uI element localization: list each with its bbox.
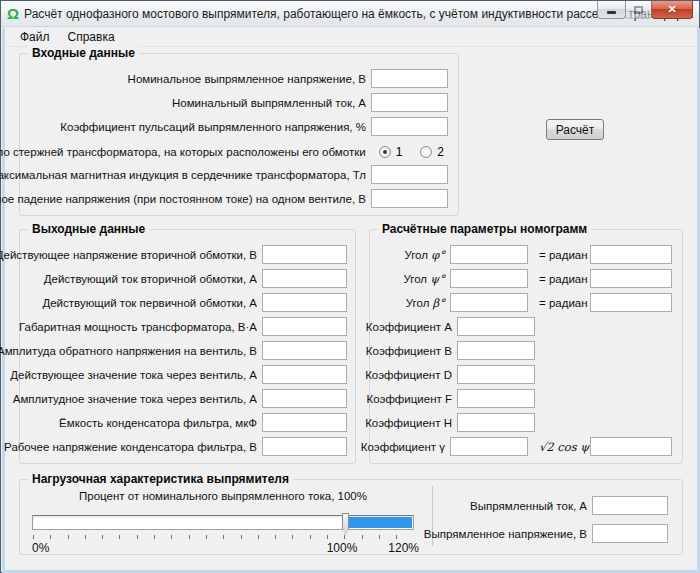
input-coef-b[interactable]	[457, 341, 535, 360]
label-beta-radian: = радиан	[533, 297, 585, 309]
label-angle-beta: Угол β°	[406, 296, 445, 310]
label-valve-rms-current: Действующее значение тока через вентиль,…	[10, 369, 257, 381]
label-ripple-coefficient: Коэффициент пульсаций выпрямленного напр…	[60, 121, 366, 133]
input-coef-gamma[interactable]	[450, 437, 528, 456]
label-coef-f: Коэффициент F	[366, 393, 452, 405]
group-load-title: Нагрузочная характеристика выпрямителя	[28, 472, 293, 486]
group-input-data: Входные данные Номинальное выпрямленное …	[19, 53, 459, 216]
input-coef-d[interactable]	[457, 365, 535, 384]
label-capacitor-voltage: Рабочее напряжение конденсатора фильтра,…	[4, 441, 257, 453]
input-coef-h[interactable]	[457, 413, 535, 432]
label-nominal-current: Номинальный выпрямленный ток, А	[172, 97, 366, 109]
group-output-data: Выходные данные Действующее напряжение в…	[19, 229, 356, 464]
label-coef-d: Коэффициент D	[365, 369, 452, 381]
load-percent-slider[interactable]	[32, 515, 414, 530]
output-secondary-voltage[interactable]	[262, 245, 347, 264]
label-secondary-voltage: Действующее напряжение вторичной обмотки…	[0, 249, 257, 261]
output-reverse-voltage[interactable]	[262, 341, 347, 360]
output-rectified-current[interactable]	[592, 496, 668, 515]
menubar: Файл Справка	[5, 28, 697, 47]
slider-ticks	[33, 535, 414, 539]
maximize-button[interactable]	[625, 1, 652, 19]
radio-rods-1-label: 1	[396, 145, 403, 159]
radio-button-icon	[420, 146, 432, 158]
label-angle-phi: Угол φ°	[404, 248, 445, 262]
label-coef-a: Коэффициент A	[366, 321, 452, 333]
label-coef-h: Коэффициент H	[365, 417, 452, 429]
label-transformer-power: Габаритная мощность трансформатора, В·А	[19, 321, 257, 333]
close-icon: ✕	[667, 3, 676, 16]
label-reverse-voltage: Амплитуда обратного напряжения на вентил…	[0, 345, 257, 357]
app-window: Ω Расчёт однофазного мостового выпрямите…	[0, 0, 700, 573]
omega-app-icon: Ω	[7, 6, 19, 21]
label-max-induction: Максимальная магнитная индукция в сердеч…	[0, 169, 366, 181]
group-output-title: Выходные данные	[28, 222, 149, 236]
minimize-button[interactable]	[597, 1, 626, 19]
group-load-characteristic: Нагрузочная характеристика выпрямителя П…	[19, 479, 683, 555]
input-angle-phi-deg[interactable]	[450, 245, 528, 264]
label-nominal-voltage: Номинальное выпрямленное напряжение, В	[128, 73, 366, 85]
client-area: Входные данные Номинальное выпрямленное …	[5, 47, 697, 570]
input-coef-a[interactable]	[457, 317, 535, 336]
radio-group-core-rods: 1 2	[371, 145, 444, 159]
label-valve-peak-current: Амплитудное значение тока через вентиль,…	[13, 393, 257, 405]
output-filter-capacitance[interactable]	[262, 413, 347, 432]
label-secondary-current: Действующий ток вторичной обмотки, А	[44, 273, 257, 285]
scale-label-120: 120%	[359, 541, 419, 555]
output-rectified-voltage[interactable]	[592, 524, 668, 543]
input-angle-beta-rad[interactable]	[590, 293, 672, 312]
window-title: Расчёт однофазного мостового выпрямителя…	[24, 7, 693, 21]
label-forward-drop: Прямое падение напряжения (при постоянно…	[0, 193, 366, 205]
input-coef-f[interactable]	[457, 389, 535, 408]
group-nomogram-title: Расчётные параметры номограмм	[378, 222, 591, 236]
input-angle-phi-rad[interactable]	[590, 245, 672, 264]
input-forward-drop[interactable]	[371, 189, 448, 208]
label-coef-gamma: Коэффициент γ	[361, 441, 445, 453]
maximize-icon	[634, 6, 643, 14]
menu-file[interactable]: Файл	[11, 29, 59, 45]
slider-overload-fill	[345, 517, 412, 528]
label-filter-capacitance: Ёмкость конденсатора фильтра, мкФ	[59, 417, 257, 429]
label-core-rods: Число стержней трансформатора, на которы…	[0, 146, 366, 158]
label-phi-radian: = радиан	[533, 249, 585, 261]
radio-rods-1[interactable]: 1	[379, 145, 403, 159]
input-angle-beta-deg[interactable]	[450, 293, 528, 312]
window-controls: ✕	[598, 1, 693, 19]
radio-button-icon	[379, 146, 391, 158]
close-button[interactable]: ✕	[651, 1, 693, 19]
output-primary-current[interactable]	[262, 293, 347, 312]
slider-caption: Процент от номинального выпрямленного то…	[32, 490, 414, 502]
label-primary-current: Действующий ток первичной обмотки, А	[42, 297, 257, 309]
output-transformer-power[interactable]	[262, 317, 347, 336]
label-sqrt2-cos-psi: √2 cos ψ	[533, 440, 585, 454]
input-sqrt2-cos-psi[interactable]	[590, 437, 672, 456]
slider-thumb[interactable]	[342, 513, 349, 535]
group-nomogram-params: Расчётные параметры номограмм Угол φ° = …	[369, 229, 683, 464]
label-angle-psi: Угол ψ°	[403, 272, 445, 286]
input-angle-psi-rad[interactable]	[590, 269, 672, 288]
titlebar[interactable]: Ω Расчёт однофазного мостового выпрямите…	[1, 1, 699, 27]
label-coef-b: Коэффициент B	[366, 345, 452, 357]
label-psi-radian: = радиан	[533, 273, 585, 285]
output-secondary-current[interactable]	[262, 269, 347, 288]
output-capacitor-voltage[interactable]	[262, 437, 347, 456]
scale-label-0: 0%	[32, 541, 49, 555]
input-max-induction[interactable]	[371, 165, 448, 184]
input-ripple-coefficient[interactable]	[371, 117, 448, 136]
input-nominal-voltage[interactable]	[371, 69, 448, 88]
calculate-button[interactable]: Расчёт	[546, 119, 604, 140]
output-valve-rms-current[interactable]	[262, 365, 347, 384]
radio-rods-2-label: 2	[437, 145, 444, 159]
menu-help[interactable]: Справка	[59, 29, 124, 45]
group-input-title: Входные данные	[28, 46, 139, 60]
input-nominal-current[interactable]	[371, 93, 448, 112]
label-rectified-current: Выпрямленный ток, А	[470, 500, 587, 512]
label-rectified-voltage: Выпрямленное напряжение, В	[424, 528, 587, 540]
radio-rods-2[interactable]: 2	[420, 145, 444, 159]
output-valve-peak-current[interactable]	[262, 389, 347, 408]
minimize-icon	[607, 11, 616, 14]
window-frame: Файл Справка Входные данные Номинальное …	[2, 28, 700, 573]
input-angle-psi-deg[interactable]	[450, 269, 528, 288]
